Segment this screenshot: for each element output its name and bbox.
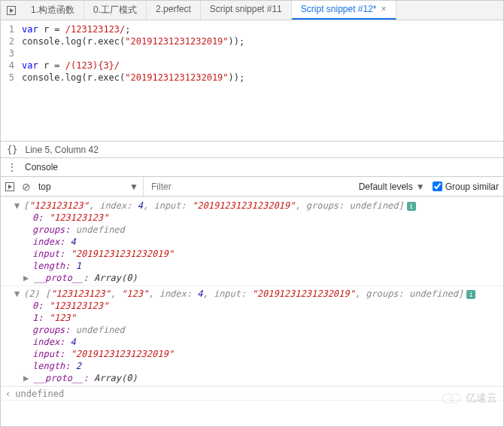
line-gutter: 12345 bbox=[1, 20, 17, 141]
console-prompt[interactable]: › bbox=[1, 400, 503, 405]
console-object-summary[interactable]: ▼(2) ["123123123", "123", index: 4, inpu… bbox=[16, 288, 503, 300]
input-arrow-icon: › bbox=[5, 402, 11, 406]
chevron-down-icon: ▼ bbox=[129, 181, 138, 192]
console-drawer-header: ⋮ Console bbox=[1, 157, 503, 177]
info-icon[interactable]: i bbox=[466, 290, 475, 299]
play-icon[interactable] bbox=[5, 182, 14, 191]
object-property-row: index: 4 bbox=[16, 236, 503, 248]
context-selector[interactable]: top ▼ bbox=[38, 177, 144, 196]
object-property-row: length: 2 bbox=[16, 360, 503, 372]
expand-arrow-icon[interactable]: ▼ bbox=[14, 200, 20, 212]
watermark: 亿速云 bbox=[442, 392, 497, 405]
object-property-row: input: "20191231231232019" bbox=[16, 248, 503, 260]
editor-tab[interactable]: 0.工厂模式 bbox=[84, 1, 147, 20]
editor-tabs-bar: 1.构造函数0.工厂模式2.perfectScript snippet #11S… bbox=[1, 1, 503, 20]
run-snippet-button[interactable] bbox=[4, 4, 19, 17]
editor-tab[interactable]: 1.构造函数 bbox=[22, 1, 84, 20]
console-output[interactable]: ▼["123123123", index: 4, input: "2019123… bbox=[1, 197, 503, 405]
log-levels-selector[interactable]: Default levels ▼ bbox=[359, 181, 425, 192]
object-property-row: 1: "123" bbox=[16, 312, 503, 324]
group-similar-checkbox[interactable]: Group similar bbox=[433, 181, 499, 192]
chevron-down-icon: ▼ bbox=[416, 181, 425, 192]
object-property-row: groups: undefined bbox=[16, 324, 503, 336]
object-property-row: length: 1 bbox=[16, 260, 503, 272]
editor-tab[interactable]: Script snippet #11 bbox=[201, 1, 292, 20]
status-bar: {} Line 5, Column 42 bbox=[1, 141, 503, 157]
group-similar-label: Group similar bbox=[445, 181, 499, 192]
object-property-row: input: "20191231231232019" bbox=[16, 348, 503, 360]
console-toolbar: ⊘ top ▼ Default levels ▼ Group similar bbox=[1, 177, 503, 197]
clear-console-button[interactable]: ⊘ bbox=[22, 181, 31, 193]
console-object-summary[interactable]: ▼["123123123", index: 4, input: "2019123… bbox=[16, 200, 503, 212]
filter-input[interactable] bbox=[151, 179, 351, 194]
info-icon[interactable]: i bbox=[407, 202, 416, 211]
object-property-row: 0: "123123123" bbox=[16, 300, 503, 312]
proto-row[interactable]: ▶ __proto__: Array(0) bbox=[16, 272, 503, 284]
proto-row[interactable]: ▶ __proto__: Array(0) bbox=[16, 372, 503, 384]
svg-point-3 bbox=[450, 394, 460, 403]
object-property-row: index: 4 bbox=[16, 336, 503, 348]
object-property-row: groups: undefined bbox=[16, 224, 503, 236]
levels-label: Default levels bbox=[359, 181, 413, 192]
editor-tab[interactable]: Script snippet #12*× bbox=[292, 1, 396, 20]
expand-arrow-icon[interactable]: ▼ bbox=[14, 288, 20, 300]
output-arrow-icon: ‹ bbox=[5, 389, 11, 399]
context-label: top bbox=[38, 181, 51, 192]
editor-tab[interactable]: 2.perfect bbox=[147, 1, 201, 20]
return-value-row: ‹ undefined bbox=[1, 386, 503, 400]
console-tab[interactable]: Console bbox=[25, 162, 58, 172]
cursor-position: Line 5, Column 42 bbox=[25, 145, 98, 155]
group-similar-input[interactable] bbox=[433, 181, 442, 191]
pretty-print-button[interactable]: {} bbox=[7, 145, 17, 155]
object-property-row: 0: "123123123" bbox=[16, 212, 503, 224]
code-content[interactable]: var r = /123123123/;console.log(r.exec("… bbox=[17, 20, 503, 141]
code-editor[interactable]: 12345 var r = /123123123/;console.log(r.… bbox=[1, 20, 503, 141]
return-value: undefined bbox=[15, 389, 64, 399]
drawer-menu-icon[interactable]: ⋮ bbox=[7, 161, 17, 173]
close-tab-icon[interactable]: × bbox=[381, 4, 387, 14]
